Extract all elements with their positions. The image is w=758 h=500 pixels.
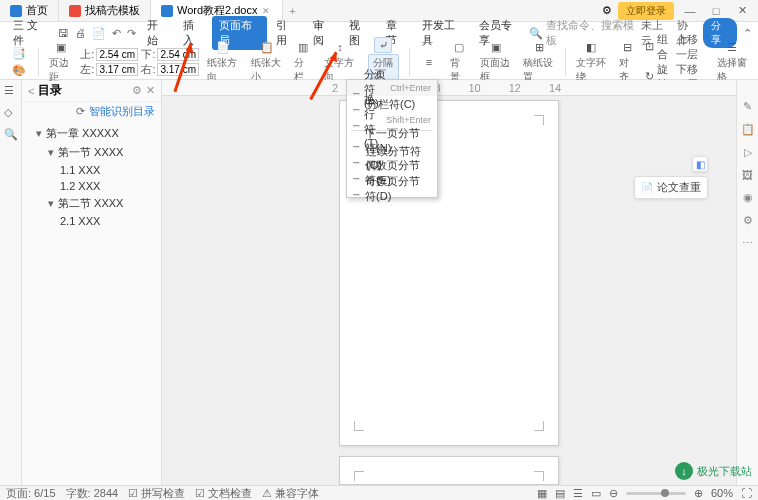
select-icon[interactable]: ▷ [744, 146, 752, 159]
background-group[interactable]: ▢背景 [446, 39, 472, 84]
selection-pane-group[interactable]: ☰选择窗格 [713, 39, 752, 84]
colors-icon[interactable]: 🎨 [10, 62, 28, 78]
float-tool-icon[interactable]: ◧ [692, 156, 708, 172]
minimize-button[interactable]: — [680, 5, 700, 17]
ribbon: 📑 🎨 ▣ 页边距 上: 下: 左: 右: 📄纸张方向 📋纸张大小 ▥分栏 ↕文… [0, 44, 758, 80]
image-icon[interactable]: 🖼 [742, 169, 753, 181]
line-break-icon: ⎯ [353, 114, 360, 126]
doccheck-status[interactable]: ☑ 文档检查 [195, 486, 252, 501]
line-numbers-group[interactable]: ≡ [416, 54, 442, 70]
margin-marker [354, 471, 364, 481]
chevron-down-icon[interactable]: ▾ [48, 146, 58, 159]
view-web-icon[interactable]: ▤ [555, 487, 565, 500]
view-print-icon[interactable]: ▦ [537, 487, 547, 500]
selection-pane-icon: ☰ [723, 39, 741, 55]
shape-icon[interactable]: ◉ [743, 191, 753, 204]
view-outline-icon[interactable]: ☰ [573, 487, 583, 500]
word-count[interactable]: 字数: 2844 [66, 486, 119, 501]
qat-preview-icon[interactable]: 📄 [90, 27, 108, 40]
collapse-ribbon-icon[interactable]: ⌃ [743, 27, 752, 40]
qat-redo-icon[interactable]: ↷ [125, 27, 138, 40]
dropdown-odd-page-section[interactable]: ⎯奇数页分节符(D) [347, 181, 437, 197]
theme-icon[interactable]: 📑 [10, 45, 28, 61]
smart-toc-button[interactable]: 智能识别目录 [89, 104, 155, 119]
zoom-out-icon[interactable]: ⊖ [609, 487, 618, 500]
margins-icon[interactable]: ▣ [52, 39, 70, 55]
search-icon[interactable]: 🔍 [4, 128, 18, 142]
toc-item[interactable]: 2.1 XXX [28, 213, 155, 229]
qat-print-icon[interactable]: 🖨 [73, 27, 88, 39]
nav-close-icon[interactable]: ✕ [146, 84, 155, 97]
section-odd-icon: ⎯ [353, 183, 361, 195]
more-icon[interactable]: ⋯ [742, 237, 753, 250]
outline-icon[interactable]: ☰ [4, 84, 18, 98]
separator [409, 48, 410, 76]
horizontal-ruler[interactable]: 2468101214 [162, 80, 736, 96]
tab-templates[interactable]: 找稿壳模板 [59, 0, 151, 22]
orientation-icon: 📄 [214, 39, 232, 55]
margins-label: 页边距 [49, 56, 73, 84]
paper-size-icon: 📋 [258, 39, 276, 55]
toc-item[interactable]: 1.1 XXX [28, 162, 155, 178]
nav-back-icon[interactable]: < [28, 85, 34, 97]
maximize-button[interactable]: □ [706, 5, 726, 17]
dropdown-column-break[interactable]: ⎯分栏符(C) [347, 96, 437, 112]
margins-group: ▣ 页边距 [45, 39, 77, 84]
align-group[interactable]: ⊟对齐 [615, 39, 641, 84]
text-wrap-icon: ◧ [582, 39, 600, 55]
zoom-in-icon[interactable]: ⊕ [694, 487, 703, 500]
page-container [162, 96, 736, 485]
page-border-icon: ▣ [487, 39, 505, 55]
qat-undo-icon[interactable]: ↶ [110, 27, 123, 40]
breaks-icon: ⤶ [374, 37, 392, 53]
zoom-slider[interactable] [626, 492, 686, 495]
qat-save-icon[interactable]: 🖫 [56, 27, 71, 39]
settings-icon[interactable]: ⚙ [743, 214, 753, 227]
clipboard-icon[interactable]: 📋 [741, 123, 755, 136]
document-page[interactable] [339, 456, 559, 485]
template-icon [69, 5, 81, 17]
fit-icon[interactable]: ⛶ [741, 487, 752, 499]
wrap-group[interactable]: ◧文字环绕 [572, 39, 611, 84]
settings-icon[interactable]: ⚙ [602, 4, 612, 17]
page-break-icon: ⎯ [353, 82, 360, 94]
chevron-down-icon[interactable]: ▾ [48, 197, 58, 210]
section-even-icon: ⎯ [353, 167, 361, 179]
margin-left-input[interactable] [96, 63, 138, 76]
navigation-panel: < 目录 ⚙ ✕ ⟳ 智能识别目录 ▾第一章 XXXXX ▾第一节 XXXX 1… [22, 80, 162, 485]
zoom-level[interactable]: 60% [711, 487, 733, 499]
chevron-down-icon[interactable]: ▾ [36, 127, 46, 140]
zoom-thumb[interactable] [661, 489, 669, 497]
toc-item[interactable]: ▾第一章 XXXXX [28, 124, 155, 143]
left-rail: ☰ ◇ 🔍 [0, 80, 22, 485]
page-count[interactable]: 页面: 6/15 [6, 486, 56, 501]
statusbar: 页面: 6/15 字数: 2844 ☑ 拼写检查 ☑ 文档检查 ⚠ 兼容字体 ▦… [0, 485, 758, 500]
view-read-icon[interactable]: ▭ [591, 487, 601, 500]
borders-group[interactable]: ▣页面边框 [476, 39, 515, 84]
margin-top-input[interactable] [96, 48, 138, 61]
nav-settings-icon[interactable]: ⚙ [132, 84, 142, 97]
style-icon[interactable]: ✎ [743, 100, 752, 113]
bookmark-icon[interactable]: ◇ [4, 106, 18, 120]
toc-item[interactable]: ▾第一节 XXXX [28, 143, 155, 162]
home-icon [10, 5, 22, 17]
toc-item[interactable]: 1.2 XXX [28, 178, 155, 194]
toc: ▾第一章 XXXXX ▾第一节 XXXX 1.1 XXX 1.2 XXX ▾第二… [22, 120, 161, 233]
nav-refresh-icon[interactable]: ⟳ [76, 105, 85, 118]
group-icon[interactable]: ⊡ [645, 40, 654, 53]
close-icon[interactable]: ✕ [262, 6, 272, 16]
toc-item[interactable]: ▾第二节 XXXX [28, 194, 155, 213]
genkoyoshi-group[interactable]: ⊞稿纸设置 [519, 39, 558, 84]
close-button[interactable]: ✕ [732, 4, 752, 17]
login-button[interactable]: 立即登录 [618, 2, 674, 20]
watermark-icon: ↓ [675, 462, 693, 480]
watermark: ↓ 极光下载站 [675, 462, 752, 480]
size-group[interactable]: 📋纸张大小 [247, 39, 286, 84]
new-tab-button[interactable]: + [283, 5, 303, 17]
paper-check-button[interactable]: 📄 论文查重 [634, 176, 708, 199]
spellcheck-status[interactable]: ☑ 拼写检查 [128, 486, 185, 501]
breaks-dropdown: ⎯分页符(P)Ctrl+Enter ⎯分栏符(C) ⎯换行符(T)Shift+E… [346, 79, 438, 198]
titlebar-right: ⚙ 立即登录 — □ ✕ [602, 2, 758, 20]
dropdown-page-break[interactable]: ⎯分页符(P)Ctrl+Enter [347, 80, 437, 96]
compat-status[interactable]: ⚠ 兼容字体 [262, 486, 319, 501]
